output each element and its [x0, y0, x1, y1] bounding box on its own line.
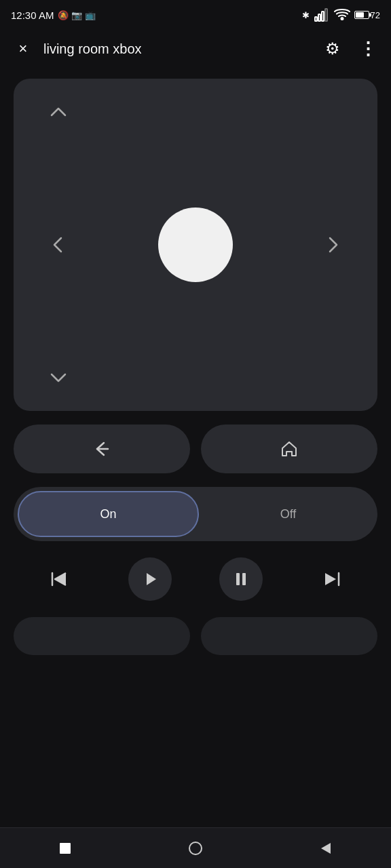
svg-rect-3 — [325, 9, 327, 21]
mute-icon: 🔕 — [58, 10, 69, 20]
signal-icon — [314, 6, 330, 24]
status-notification-icons: 🔕 📷 📺 — [58, 10, 96, 20]
system-stop-button[interactable] — [49, 832, 81, 865]
extra-controls-row — [14, 617, 377, 655]
svg-rect-2 — [322, 12, 324, 21]
svg-point-13 — [189, 842, 202, 854]
extra-button-right[interactable] — [201, 617, 377, 655]
header: × living room xbox ⚙ ⋮ — [0, 30, 391, 68]
status-system-icons: ✱ 72 — [302, 6, 380, 24]
bluetooth-icon: ✱ — [302, 10, 310, 20]
svg-marker-7 — [147, 573, 156, 585]
svg-rect-8 — [236, 573, 240, 585]
back-button[interactable] — [14, 425, 190, 473]
settings-button[interactable]: ⚙ — [320, 37, 345, 61]
header-actions: ⚙ ⋮ — [320, 37, 380, 61]
dpad-left-button[interactable] — [41, 227, 76, 262]
battery-indicator: 72 — [354, 10, 380, 20]
wifi-icon — [334, 6, 350, 24]
battery-level: 72 — [371, 10, 380, 20]
dpad-container — [14, 79, 377, 411]
next-track-button[interactable] — [310, 557, 354, 601]
svg-rect-9 — [242, 573, 246, 585]
system-home-button[interactable] — [179, 832, 212, 865]
dpad-up-button[interactable] — [41, 95, 76, 130]
more-options-button[interactable]: ⋮ — [356, 37, 380, 61]
nav-buttons — [14, 425, 377, 473]
status-time: 12:30 AM — [11, 9, 54, 21]
page-title: living room xbox — [43, 41, 312, 57]
dpad-center-row — [41, 130, 350, 359]
pause-button[interactable] — [219, 557, 263, 601]
system-back-button[interactable] — [310, 832, 342, 865]
status-time-area: 12:30 AM 🔕 📷 📺 — [11, 9, 96, 21]
svg-point-4 — [341, 18, 343, 20]
play-button[interactable] — [128, 557, 172, 601]
power-toggle: On Off — [14, 487, 377, 541]
dpad-bottom-row — [41, 359, 350, 395]
dpad-right-button[interactable] — [315, 227, 350, 262]
media-controls — [14, 552, 377, 606]
svg-marker-14 — [321, 843, 331, 854]
dpad-top-row — [41, 95, 350, 130]
dpad-down-button[interactable] — [41, 359, 76, 395]
extra-button-left[interactable] — [14, 617, 190, 655]
svg-rect-12 — [60, 843, 71, 854]
bottom-nav — [0, 827, 391, 868]
screen-icon: 📺 — [85, 10, 96, 20]
close-button[interactable]: × — [11, 37, 35, 61]
home-button[interactable] — [201, 425, 377, 473]
svg-rect-0 — [315, 17, 317, 21]
status-bar: 12:30 AM 🔕 📷 📺 ✱ — [0, 0, 391, 30]
svg-rect-1 — [318, 14, 320, 21]
camera-icon: 📷 — [71, 10, 82, 20]
power-off-button[interactable]: Off — [199, 487, 377, 541]
dpad-select-button[interactable] — [158, 208, 233, 282]
svg-marker-11 — [325, 573, 336, 585]
power-on-button[interactable]: On — [18, 491, 199, 537]
prev-track-button[interactable] — [37, 557, 81, 601]
